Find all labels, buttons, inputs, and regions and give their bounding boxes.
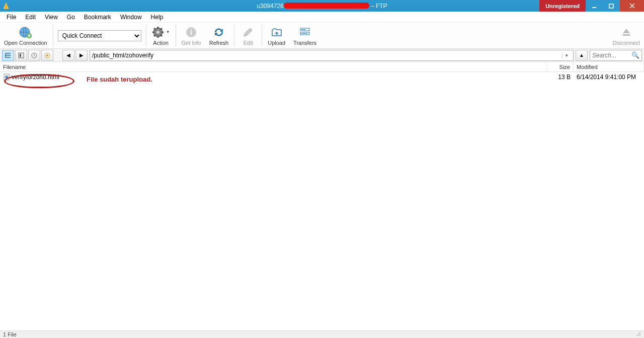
status-left: 1 File xyxy=(3,331,17,337)
chevron-down-icon: ▼ xyxy=(166,30,170,34)
status-right xyxy=(636,331,641,337)
globe-plus-icon xyxy=(19,26,33,38)
title-user: u3094726 xyxy=(257,3,283,10)
html-file-icon xyxy=(3,74,10,81)
nav-back-button[interactable]: ◀ xyxy=(62,50,74,61)
window-minimize-button[interactable] xyxy=(586,0,603,12)
toolbar-separator xyxy=(234,25,234,46)
bonjour-icon xyxy=(44,52,50,58)
window-close-button[interactable] xyxy=(620,0,644,12)
transfers-button[interactable]: Transfers xyxy=(289,23,320,48)
nav-up-button[interactable]: ▲ xyxy=(576,50,588,61)
toolbar-separator xyxy=(146,25,146,46)
status-bar: 1 File xyxy=(0,330,644,338)
column-modified[interactable]: Modified xyxy=(574,62,644,72)
outline-icon xyxy=(18,52,24,58)
menu-go[interactable]: Go xyxy=(62,13,79,22)
menu-window[interactable]: Window xyxy=(116,13,146,22)
navigation-bar: ◀ ▶ ▾ ▲ 🔍 xyxy=(0,49,644,62)
view-outline-button[interactable] xyxy=(15,50,27,61)
svg-point-6 xyxy=(156,31,159,34)
disconnect-button[interactable]: Disconnect xyxy=(609,23,644,48)
open-connection-label: Open Connection xyxy=(4,40,47,46)
svg-rect-11 xyxy=(301,29,305,30)
svg-point-0 xyxy=(5,3,7,5)
transfers-icon xyxy=(299,26,311,38)
menu-edit[interactable]: Edit xyxy=(21,13,40,22)
svg-rect-2 xyxy=(609,4,613,8)
search-box[interactable]: 🔍 xyxy=(590,50,642,61)
svg-text:i: i xyxy=(190,28,192,36)
title-suffix: – FTP xyxy=(369,3,387,10)
unregistered-badge[interactable]: Unregistered xyxy=(539,0,586,12)
menu-bookmark[interactable]: Bookmark xyxy=(79,13,116,22)
path-combobox[interactable]: ▾ xyxy=(90,50,574,61)
refresh-button[interactable]: Refresh xyxy=(205,23,233,48)
search-input[interactable] xyxy=(592,52,631,59)
column-filename[interactable]: Filename xyxy=(0,62,547,72)
upload-button[interactable]: Upload xyxy=(264,23,289,48)
window-titlebar: u3094726 – FTP Unregistered xyxy=(0,0,644,12)
view-history-button[interactable] xyxy=(28,50,40,61)
svg-point-18 xyxy=(46,54,48,56)
nav-forward-button[interactable]: ▶ xyxy=(75,50,88,61)
list-icon xyxy=(5,52,11,58)
action-label: Action xyxy=(153,40,169,46)
view-bonjour-button[interactable] xyxy=(41,50,53,61)
path-dropdown-button[interactable]: ▾ xyxy=(562,53,571,58)
quick-connect-select[interactable]: Quick Connect xyxy=(58,30,141,41)
disconnect-label: Disconnect xyxy=(613,40,640,46)
svg-rect-1 xyxy=(592,7,596,8)
path-input[interactable] xyxy=(92,52,562,59)
edit-label: Edit xyxy=(244,40,253,46)
svg-rect-12 xyxy=(301,33,307,34)
edit-button[interactable]: Edit xyxy=(236,23,260,48)
column-size[interactable]: Size xyxy=(547,62,574,72)
toolbar-separator xyxy=(262,25,262,46)
action-button[interactable]: ▼ Action xyxy=(148,23,174,48)
file-list-header: Filename Size Modified xyxy=(0,62,644,72)
menu-help[interactable]: Help xyxy=(146,13,168,22)
window-maximize-button[interactable] xyxy=(603,0,620,12)
upload-icon xyxy=(271,26,283,38)
open-connection-button[interactable]: Open Connection xyxy=(0,23,51,48)
info-icon: i xyxy=(185,26,197,38)
view-list-button[interactable] xyxy=(2,50,14,61)
unregistered-label: Unregistered xyxy=(545,3,580,9)
menu-view[interactable]: View xyxy=(40,13,62,22)
triangle-left-icon: ◀ xyxy=(66,52,70,58)
file-modified: 6/14/2014 9:41:00 PM xyxy=(574,73,644,82)
upload-label: Upload xyxy=(268,40,285,46)
annotation-text: File sudah terupload. xyxy=(87,76,152,83)
menu-bar: File Edit View Go Bookmark Window Help xyxy=(0,12,644,23)
svg-point-20 xyxy=(5,76,8,79)
pencil-icon xyxy=(242,26,254,38)
get-info-button[interactable]: i Get Info xyxy=(178,23,205,48)
triangle-up-icon: ▲ xyxy=(579,52,584,58)
search-icon: 🔍 xyxy=(631,51,639,59)
gear-icon xyxy=(152,26,165,38)
triangle-right-icon: ▶ xyxy=(79,52,84,58)
file-size: 13 B xyxy=(547,73,574,82)
svg-rect-15 xyxy=(20,54,21,57)
toolbar-separator xyxy=(176,25,176,46)
refresh-label: Refresh xyxy=(209,40,229,46)
svg-rect-13 xyxy=(623,34,630,36)
transfers-label: Transfers xyxy=(293,40,316,46)
title-redaction xyxy=(284,3,369,9)
get-info-label: Get Info xyxy=(182,40,201,46)
toolbar: Open Connection Quick Connect ▼ Action i… xyxy=(0,23,644,49)
refresh-icon xyxy=(213,26,225,38)
resize-grip-icon xyxy=(636,331,641,336)
menu-file[interactable]: File xyxy=(2,13,21,22)
file-name: verifyforzoho.html xyxy=(12,74,59,81)
eject-icon xyxy=(620,26,632,38)
app-icon xyxy=(2,2,10,10)
clock-icon xyxy=(31,52,37,58)
toolbar-separator xyxy=(53,25,53,46)
